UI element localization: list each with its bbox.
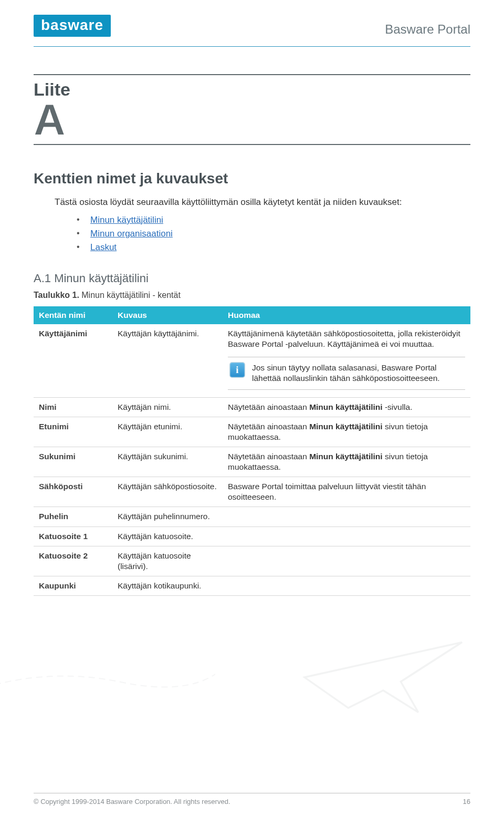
table-row: Puhelin Käyttäjän puhelinnumero. [34, 507, 470, 526]
document-header: basware Basware Portal [34, 15, 470, 42]
section-heading: Kenttien nimet ja kuvaukset [34, 170, 470, 187]
list-item: Laskut [77, 242, 470, 253]
cell-field-name: Kaupunki [34, 576, 112, 596]
note-pre: Näytetään ainoastaan [228, 422, 309, 431]
appendix-rule-top [34, 74, 470, 75]
info-callout-text: Jos sinun täytyy nollata salasanasi, Bas… [252, 363, 465, 384]
cell-field-desc: Käyttäjän etunimi. [112, 417, 223, 447]
cell-field-note [223, 546, 470, 576]
list-item: Minun käyttäjätilini [77, 215, 470, 225]
table-row: Sukunimi Käyttäjän sukunimi. Näytetään a… [34, 447, 470, 477]
cell-field-desc: Käyttäjän sukunimi. [112, 447, 223, 477]
list-item: Minun organisaationi [77, 229, 470, 239]
portal-title: Basware Portal [385, 22, 470, 37]
cell-field-note: Basware Portal toimittaa palveluun liitt… [223, 477, 470, 507]
cell-field-name: Katuosoite 1 [34, 526, 112, 546]
subsection-heading: A.1 Minun käyttäjätilini [34, 272, 470, 285]
table-caption: Taulukko 1. Minun käyttäjätilini - kentä… [34, 291, 470, 300]
note-pre: Näytetään ainoastaan [228, 452, 309, 461]
cell-field-name: Nimi [34, 397, 112, 417]
info-callout: i Jos sinun täytyy nollata salasanasi, B… [228, 357, 465, 389]
link-minun-organisaationi[interactable]: Minun organisaationi [90, 229, 173, 239]
watermark-trail-icon [0, 664, 215, 695]
cell-field-note: Näytetään ainoastaan Minun käyttäjätilin… [223, 397, 470, 417]
table-row: Käyttäjänimi Käyttäjän käyttäjänimi. Käy… [34, 324, 470, 397]
cell-field-name: Puhelin [34, 507, 112, 526]
brand-logo: basware [34, 15, 111, 37]
info-icon: i [230, 363, 245, 377]
footer-copyright: © Copyright 1999-2014 Basware Corporatio… [34, 798, 230, 805]
table-row: Katuosoite 2 Käyttäjän katuosoite (lisär… [34, 546, 470, 576]
fields-table: Kentän nimi Kuvaus Huomaa Käyttäjänimi K… [34, 306, 470, 596]
table-caption-number: Taulukko 1. [34, 291, 79, 299]
note-post: -sivulla. [383, 402, 413, 411]
cell-field-desc: Käyttäjän katuosoite (lisärivi). [112, 546, 223, 576]
note-pre: Näytetään ainoastaan [228, 402, 309, 411]
cell-field-note: Käyttäjänimenä käytetään sähköpostiosoit… [223, 324, 470, 397]
col-header-note: Huomaa [223, 306, 470, 324]
cell-field-desc: Käyttäjän nimi. [112, 397, 223, 417]
table-row: Katuosoite 1 Käyttäjän katuosoite. [34, 526, 470, 546]
intro-paragraph: Tästä osiosta löydät seuraavilla käyttöl… [34, 197, 470, 209]
cell-field-desc: Käyttäjän käyttäjänimi. [112, 324, 223, 397]
cell-field-desc: Käyttäjän kotikaupunki. [112, 576, 223, 596]
cell-field-note [223, 526, 470, 546]
link-minun-kayttajatilini[interactable]: Minun käyttäjätilini [90, 215, 163, 225]
cell-field-name: Etunimi [34, 417, 112, 447]
cell-field-desc: Käyttäjän katuosoite. [112, 526, 223, 546]
col-header-name: Kentän nimi [34, 306, 112, 324]
appendix-label: Liite [34, 79, 470, 100]
cell-field-desc: Käyttäjän puhelinnumero. [112, 507, 223, 526]
link-laskut[interactable]: Laskut [90, 242, 117, 252]
page-footer: © Copyright 1999-2014 Basware Corporatio… [34, 793, 470, 805]
cell-field-name: Sähköposti [34, 477, 112, 507]
cell-field-name: Käyttäjänimi [34, 324, 112, 397]
note-bold: Minun käyttäjätilini [309, 452, 383, 461]
cell-field-name: Sukunimi [34, 447, 112, 477]
note-text: Käyttäjänimenä käytetään sähköpostiosoit… [228, 329, 460, 348]
cell-field-note [223, 507, 470, 526]
cell-field-note: Näytetään ainoastaan Minun käyttäjätilin… [223, 417, 470, 447]
table-row: Sähköposti Käyttäjän sähköpostiosoite. B… [34, 477, 470, 507]
cell-field-note [223, 576, 470, 596]
appendix-rule-bottom [34, 144, 470, 145]
footer-page-number: 16 [463, 798, 470, 805]
watermark-plane-icon [294, 625, 472, 732]
note-bold: Minun käyttäjätilini [309, 402, 383, 411]
link-list: Minun käyttäjätilini Minun organisaation… [34, 215, 470, 253]
table-caption-text: Minun käyttäjätilini - kentät [79, 291, 181, 299]
table-row: Kaupunki Käyttäjän kotikaupunki. [34, 576, 470, 596]
note-bold: Minun käyttäjätilini [309, 422, 383, 431]
col-header-desc: Kuvaus [112, 306, 223, 324]
cell-field-desc: Käyttäjän sähköpostiosoite. [112, 477, 223, 507]
table-row: Etunimi Käyttäjän etunimi. Näytetään ain… [34, 417, 470, 447]
cell-field-name: Katuosoite 2 [34, 546, 112, 576]
table-row: Nimi Käyttäjän nimi. Näytetään ainoastaa… [34, 397, 470, 417]
appendix-letter: A [34, 98, 470, 142]
header-rule [34, 46, 470, 47]
cell-field-note: Näytetään ainoastaan Minun käyttäjätilin… [223, 447, 470, 477]
